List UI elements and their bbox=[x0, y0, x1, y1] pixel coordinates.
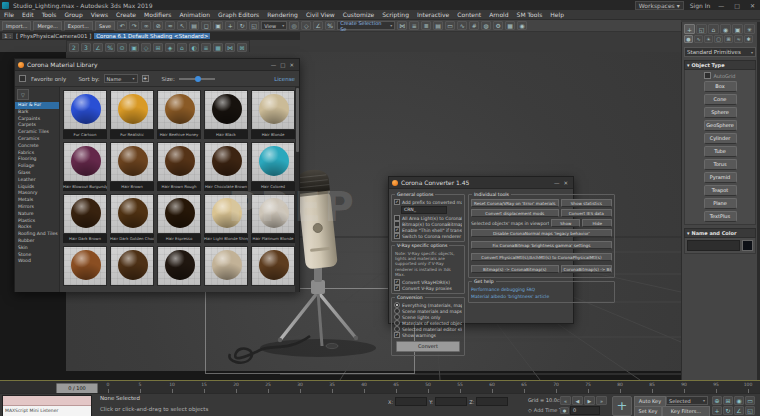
x-field[interactable] bbox=[395, 397, 427, 406]
cameras-icon[interactable]: ▢ bbox=[714, 35, 723, 43]
category-item-liquids[interactable]: Liquids bbox=[15, 184, 59, 191]
mirror-tool-icon[interactable]: ⋈ bbox=[225, 43, 235, 52]
home-grid-icon[interactable]: ⌂ bbox=[177, 43, 187, 52]
utilities-tab-icon[interactable]: ✳ bbox=[744, 24, 755, 34]
menu-item-content[interactable]: Content bbox=[453, 11, 485, 18]
pivot-mode-icon[interactable]: ◐ bbox=[189, 43, 199, 52]
material-card-hair-black[interactable]: Hair Black bbox=[204, 90, 248, 139]
converter-title-bar[interactable]: Corona Converter 1.45 — ✕ bbox=[389, 177, 573, 189]
category-item-hair-fur[interactable]: Hair & Fur bbox=[15, 102, 59, 109]
menu-item-group[interactable]: Group bbox=[60, 11, 86, 18]
maxscript-mini-listener[interactable]: MAXScript Mini Listener bbox=[2, 395, 92, 416]
menu-item-interactive[interactable]: Interactive bbox=[413, 11, 453, 18]
menu-item-scripting[interactable]: Scripting bbox=[378, 11, 413, 18]
menu-item-rendering[interactable]: Rendering bbox=[263, 11, 302, 18]
material-card[interactable] bbox=[204, 246, 248, 286]
switch-to-corona-renderer-checkbox[interactable]: ✓ bbox=[394, 233, 400, 239]
toolbar-button-export[interactable]: Export... bbox=[64, 21, 93, 31]
thumbnail-size-slider[interactable] bbox=[179, 78, 215, 80]
material-card-hair-beehive-honey[interactable]: Hair Beehive Honey bbox=[157, 90, 201, 139]
workspaces-dropdown[interactable]: Workspaces ▾ bbox=[635, 1, 684, 10]
material-card-hair-blowout-burgundy[interactable]: Hair Blowout Burgundy bbox=[63, 142, 107, 191]
license-link[interactable]: License bbox=[274, 76, 295, 82]
object-type-button-cylinder[interactable]: Cylinder bbox=[704, 133, 737, 144]
material-card[interactable] bbox=[63, 246, 107, 286]
category-item-rocks[interactable]: Rocks bbox=[15, 224, 59, 231]
toolbar-button-import[interactable]: Import... bbox=[2, 21, 31, 31]
spinner-snap-icon[interactable]: ⊙ bbox=[117, 43, 127, 52]
menu-item-sm-tools[interactable]: SM Tools bbox=[513, 11, 547, 18]
mirror-icon[interactable]: ⋈ bbox=[397, 21, 407, 30]
geometry-icon[interactable]: ● bbox=[684, 35, 693, 43]
object-type-button-teapot[interactable]: Teapot bbox=[704, 185, 737, 196]
material-card[interactable] bbox=[251, 246, 295, 286]
material-card[interactable] bbox=[110, 246, 154, 286]
category-item-fabrics[interactable]: Fabrics bbox=[15, 150, 59, 157]
set-key-button[interactable]: Set Key bbox=[634, 406, 662, 416]
category-item-carpaints[interactable]: Carpaints bbox=[15, 116, 59, 123]
show-maps-button[interactable]: Show bbox=[551, 219, 580, 227]
menu-item-graph-editors[interactable]: Graph Editors bbox=[214, 11, 263, 18]
bind-to-space-warp-icon[interactable]: ≈ bbox=[165, 21, 175, 30]
reference-coordinate-dropdown[interactable]: View▾ bbox=[261, 21, 287, 30]
convert-displacement-mods-button[interactable]: Convert displacement mods bbox=[471, 209, 559, 217]
display-tab-icon[interactable]: ▣ bbox=[732, 24, 743, 34]
object-type-button-torus[interactable]: Torus bbox=[704, 159, 737, 170]
percent-snap-toggle-icon[interactable]: % bbox=[105, 43, 115, 52]
menu-item-create[interactable]: Create bbox=[112, 11, 140, 18]
angle-snap-toggle-icon[interactable]: ∠ bbox=[93, 43, 103, 52]
hide-maps-button[interactable]: Hide bbox=[582, 219, 611, 227]
maximize-button[interactable]: □ bbox=[732, 2, 742, 9]
motion-tab-icon[interactable]: ◉ bbox=[720, 24, 731, 34]
convert-ies-data-button[interactable]: Convert IES data bbox=[561, 209, 612, 217]
space-warps-icon[interactable]: ≈ bbox=[734, 35, 743, 43]
convert-physicalmtl-s-archmtl-s-to-coron-button[interactable]: Convert PhysicalMtl(s)/ArchMtl(s) to Cor… bbox=[471, 253, 612, 261]
create-tab-icon[interactable]: + bbox=[684, 24, 695, 34]
ortho-toggle-icon[interactable]: ◈ bbox=[165, 43, 175, 52]
listener-row[interactable]: MAXScript Mini Listener bbox=[3, 406, 91, 416]
category-item-bark[interactable]: Bark bbox=[15, 109, 59, 116]
name-and-color-header[interactable]: ▾ Name and Color bbox=[684, 228, 756, 238]
hierarchy-tab-icon[interactable]: ⌂ bbox=[708, 24, 719, 34]
bitmap-s-coronabitmap-s-button[interactable]: Bitmap(s) -> CoronaBitmap(s) bbox=[471, 265, 559, 273]
minimize-button[interactable]: — bbox=[716, 2, 726, 9]
select-and-link-icon[interactable]: ∞ bbox=[141, 21, 151, 30]
converter-minimize-button[interactable]: — bbox=[552, 180, 562, 186]
key-mode-toggle-icon[interactable]: ● bbox=[560, 407, 569, 414]
category-item-flooring[interactable]: Flooring bbox=[15, 156, 59, 163]
select-and-move-icon[interactable]: + bbox=[225, 21, 235, 30]
menu-item-animation[interactable]: Animation bbox=[175, 11, 214, 18]
material-card-hair-blonde[interactable]: Hair Blonde bbox=[251, 90, 295, 139]
selection-set-key-dropdown[interactable]: Selected ▾ bbox=[666, 396, 708, 405]
menu-item-tools[interactable]: Tools bbox=[38, 11, 61, 18]
maximize-viewport-icon[interactable]: ◱ bbox=[745, 406, 755, 415]
material-editor-icon[interactable]: ◍ bbox=[481, 21, 491, 30]
converter-close-button[interactable]: ✕ bbox=[561, 180, 570, 186]
modify-tab-icon[interactable]: ◱ bbox=[696, 24, 707, 34]
object-type-header[interactable]: ▾ Object Type bbox=[684, 60, 756, 70]
category-item-nature[interactable]: Nature bbox=[15, 211, 59, 218]
performance-debugging-faq-link[interactable]: Performance debugging FAQ bbox=[471, 286, 612, 293]
slider-knob[interactable] bbox=[195, 76, 201, 82]
object-color-swatch[interactable] bbox=[742, 240, 753, 251]
show-warnings-checkbox[interactable]: ✓ bbox=[394, 332, 400, 338]
category-item-ceramic-tiles[interactable]: Ceramic Tiles bbox=[15, 129, 59, 136]
reset-corona-vray-on-error-materials-button[interactable]: Reset Corona/VRay on 'Error' materials bbox=[471, 199, 559, 207]
viewport-shading-label[interactable]: Corona 6.1 Default Shading <Standard> bbox=[94, 33, 210, 39]
coronabitmap-s-bitmap-s-button[interactable]: CoronaBitmap(s) -> Bitmap(s) bbox=[561, 265, 612, 273]
category-item-roofing-and-tiles[interactable]: Roofing And Tiles bbox=[15, 231, 59, 238]
select-and-rotate-icon[interactable]: ↻ bbox=[237, 21, 247, 30]
key-filters-button[interactable]: Key Filters... bbox=[662, 406, 710, 416]
disable-coronanormal-maps-legacy-behavio-button[interactable]: Disable CoronaNormal maps 'legacy behavi… bbox=[471, 229, 612, 237]
object-type-button-pyramid[interactable]: Pyramid bbox=[704, 172, 737, 183]
scene-explorer-icon[interactable]: ▤ bbox=[433, 21, 443, 30]
category-item-leather[interactable]: Leather bbox=[15, 177, 59, 184]
menu-item-file[interactable]: File bbox=[0, 11, 18, 18]
toolbar-button-save[interactable]: Save bbox=[95, 21, 115, 31]
field-of-view-icon[interactable]: ∠ bbox=[734, 406, 744, 415]
window-crossing-icon[interactable]: ▣ bbox=[213, 21, 223, 30]
filter-icon[interactable]: ▽ bbox=[17, 89, 29, 100]
isolate-toggle-icon[interactable]: ⊠ bbox=[237, 43, 247, 52]
menu-item-civil-view[interactable]: Civil View bbox=[302, 11, 339, 18]
snap-settings-icon[interactable]: ◇ bbox=[141, 43, 151, 52]
